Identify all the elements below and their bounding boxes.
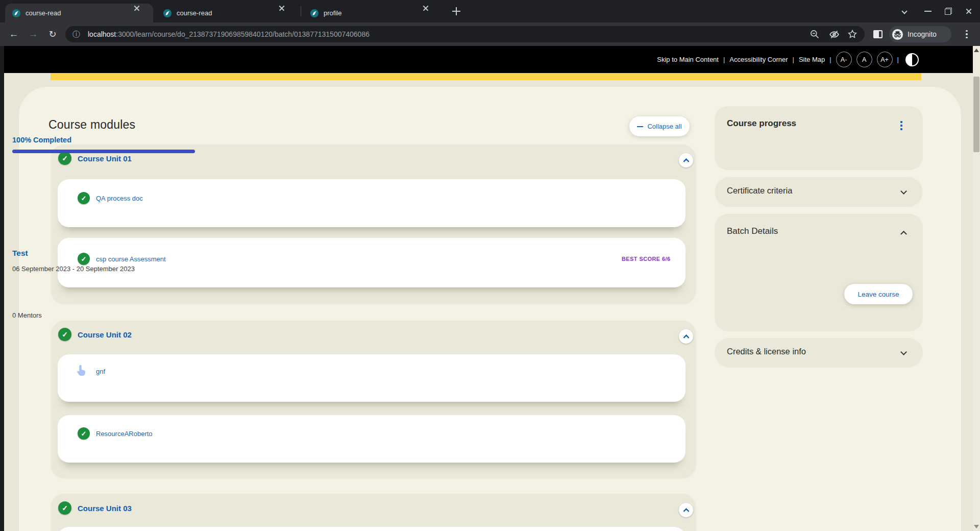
tap-hand-icon <box>75 364 88 379</box>
course-progress-card <box>715 106 923 170</box>
site-map-link[interactable]: Site Map <box>799 56 825 63</box>
separator: | <box>829 56 831 63</box>
course-progress-title: Course progress <box>727 118 796 129</box>
resource-card <box>58 179 685 227</box>
progress-bar-fill <box>12 150 195 153</box>
back-icon[interactable]: ← <box>6 27 21 42</box>
tab-course-read-2[interactable]: course-read <box>156 4 299 22</box>
tab-search-chevron-icon[interactable] <box>898 5 911 17</box>
skip-to-main-link[interactable]: Skip to Main Content <box>657 56 719 63</box>
incognito-badge: Incognito <box>889 26 951 42</box>
separator: | <box>723 56 725 63</box>
batch-dates: 06 September 2023 - 20 September 2023 <box>12 265 135 273</box>
resource-link-resourcearoberto[interactable]: ResourceARoberto <box>96 430 153 438</box>
item-completed-check-icon: ✓ <box>78 427 90 440</box>
progress-menu-kebab-icon[interactable] <box>900 121 902 130</box>
tab-close-icon[interactable] <box>282 8 291 17</box>
url-host: localhost <box>88 30 116 38</box>
resource-link-csp-assessment[interactable]: csp course Assessment <box>96 255 166 263</box>
new-tab-button[interactable] <box>450 5 462 17</box>
tab-title: course-read <box>177 9 212 17</box>
window-minimize-button[interactable] <box>922 5 934 17</box>
batch-name[interactable]: Test <box>12 249 28 258</box>
zoom-out-icon[interactable] <box>807 27 822 41</box>
font-decrease-button[interactable]: A- <box>836 52 852 67</box>
resource-link-qa-process-doc[interactable]: QA process doc <box>96 195 143 202</box>
side-panel-icon[interactable] <box>871 27 885 41</box>
window-close-button[interactable] <box>963 5 975 17</box>
resource-card <box>58 415 685 463</box>
font-normal-button[interactable]: A <box>856 52 872 67</box>
window-restore-button[interactable] <box>942 5 954 17</box>
leave-course-button[interactable]: Leave course <box>844 284 913 304</box>
contrast-toggle-icon[interactable] <box>905 53 919 66</box>
url-path: :3000/learn/course/do_213873719069859840… <box>116 30 370 38</box>
site-favicon <box>163 9 172 17</box>
unit1-collapse-chevron-button[interactable] <box>679 153 693 167</box>
credits-license-title: Credits & license info <box>727 347 806 356</box>
progress-bar <box>12 150 195 153</box>
unit3-title[interactable]: Course Unit 03 <box>78 504 132 513</box>
incognito-label: Incognito <box>908 30 937 38</box>
scrollbar-thumb[interactable] <box>973 77 979 152</box>
page-scrollbar[interactable] <box>973 46 980 531</box>
tab-separator <box>301 6 301 16</box>
batch-details-title: Batch Details <box>727 226 778 236</box>
site-favicon <box>310 9 318 17</box>
progress-status: 100% Completed <box>12 136 71 144</box>
resource-card <box>58 527 685 531</box>
unit3-collapse-chevron-button[interactable] <box>679 503 693 517</box>
unit3-completed-check-icon: ✓ <box>58 501 71 515</box>
site-favicon <box>12 9 20 17</box>
tab-profile[interactable]: profile <box>303 4 442 22</box>
url-text[interactable]: localhost:3000/learn/course/do_213873719… <box>88 26 370 42</box>
tab-title: profile <box>324 9 341 17</box>
unit2-title[interactable]: Course Unit 02 <box>78 330 132 339</box>
unit2-completed-check-icon: ✓ <box>58 328 71 341</box>
accessibility-corner-link[interactable]: Accessibility Corner <box>729 56 788 63</box>
best-score-badge: BEST SCORE 6/6 <box>622 256 670 262</box>
collapse-all-button[interactable]: Collapse all <box>629 116 690 136</box>
site-info-icon[interactable]: ⓘ <box>72 26 80 42</box>
unit-card-3 <box>51 494 696 531</box>
tab-close-icon[interactable] <box>426 8 435 17</box>
item-completed-check-icon: ✓ <box>78 192 90 204</box>
page-title: Course modules <box>48 118 135 132</box>
mentors-count: 0 Mentors <box>12 311 42 319</box>
resource-card <box>58 354 685 402</box>
font-increase-button[interactable]: A+ <box>877 52 893 67</box>
scroll-up-arrow-icon[interactable] <box>974 49 979 52</box>
collapse-all-label: Collapse all <box>647 123 681 130</box>
reload-icon[interactable]: ↻ <box>45 27 60 42</box>
separator: | <box>793 56 794 63</box>
browser-menu-icon[interactable] <box>960 27 974 41</box>
incognito-icon <box>892 29 903 40</box>
eye-slash-icon[interactable] <box>827 27 841 41</box>
bookmark-star-icon[interactable] <box>845 27 860 41</box>
minus-icon <box>637 126 643 127</box>
banner-strip <box>51 73 921 80</box>
tab-title: course-read <box>26 9 61 17</box>
unit1-completed-check-icon: ✓ <box>58 152 71 165</box>
browser-window: course-read course-read profile ← → ↻ ⓘ … <box>0 0 980 531</box>
unit2-collapse-chevron-button[interactable] <box>679 329 693 344</box>
tab-course-read-1[interactable]: course-read <box>5 4 153 22</box>
tab-close-icon[interactable] <box>137 8 146 17</box>
resource-link-gnf[interactable]: gnf <box>96 368 105 375</box>
separator: | <box>897 56 899 63</box>
tab-strip: course-read course-read profile <box>0 0 980 22</box>
certificate-criteria-title: Certificate criteria <box>727 186 792 196</box>
forward-icon[interactable]: → <box>26 27 41 42</box>
accessibility-bar: Skip to Main Content | Accessibility Cor… <box>4 46 973 73</box>
unit1-title[interactable]: Course Unit 01 <box>78 154 132 163</box>
item-completed-check-icon: ✓ <box>78 253 90 265</box>
scroll-down-arrow-icon[interactable] <box>974 525 979 528</box>
